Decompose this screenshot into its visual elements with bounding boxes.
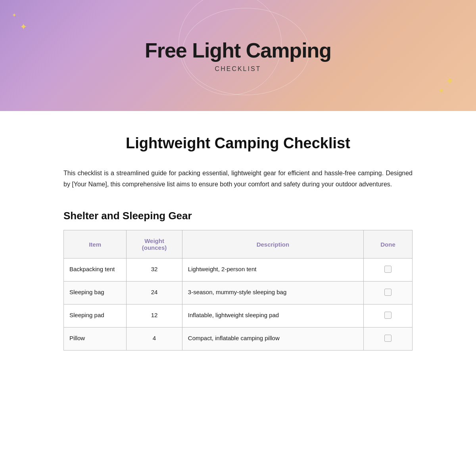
cell-done[interactable] [363,282,412,305]
cell-weight: 4 [127,328,182,351]
checkbox[interactable] [384,266,392,273]
page-header: ✦ ✦ ✦ ✦ Free Light Camping CHECKLIST [0,0,476,111]
cell-item: Sleeping pad [64,305,127,328]
header-subtitle: CHECKLIST [215,65,261,73]
cell-item: Pillow [64,328,127,351]
sparkle-icon-3: ✦ [438,86,444,95]
col-header-description: Description [182,230,363,259]
sparkle-icon-1: ✦ [12,12,17,19]
cell-done[interactable] [363,328,412,351]
table-row: Pillow4Compact, inflatable camping pillo… [64,328,413,351]
shelter-table: Item Weight(ounces) Description Done Bac… [63,230,413,351]
col-header-weight: Weight(ounces) [127,230,182,259]
cell-item: Backpacking tent [64,259,127,282]
cell-done[interactable] [363,305,412,328]
cell-description: Compact, inflatable camping pillow [182,328,363,351]
checkbox[interactable] [384,289,392,296]
col-header-item: Item [64,230,127,259]
header-title: Free Light Camping [145,38,331,62]
section-title-shelter: Shelter and Sleeping Gear [63,210,413,222]
cell-description: 3-season, mummy-style sleeping bag [182,282,363,305]
checkbox[interactable] [384,335,392,342]
table-row: Sleeping pad12Inflatable, lightweight sl… [64,305,413,328]
table-row: Backpacking tent32Lightweight, 2-person … [64,259,413,282]
checkbox[interactable] [384,312,392,319]
page-title: Lightweight Camping Checklist [63,135,413,152]
cell-weight: 12 [127,305,182,328]
page-description: This checklist is a streamlined guide fo… [63,168,413,190]
sparkle-icon-2: ✦ [20,22,27,32]
cell-description: Lightweight, 2-person tent [182,259,363,282]
col-header-done: Done [363,230,412,259]
cell-description: Inflatable, lightweight sleeping pad [182,305,363,328]
table-row: Sleeping bag243-season, mummy-style slee… [64,282,413,305]
table-header-row: Item Weight(ounces) Description Done [64,230,413,259]
cell-weight: 24 [127,282,182,305]
cell-item: Sleeping bag [64,282,127,305]
cell-weight: 32 [127,259,182,282]
sparkle-icon-4: ✦ [445,75,454,87]
cell-done[interactable] [363,259,412,282]
main-content: Lightweight Camping Checklist This check… [48,111,428,374]
